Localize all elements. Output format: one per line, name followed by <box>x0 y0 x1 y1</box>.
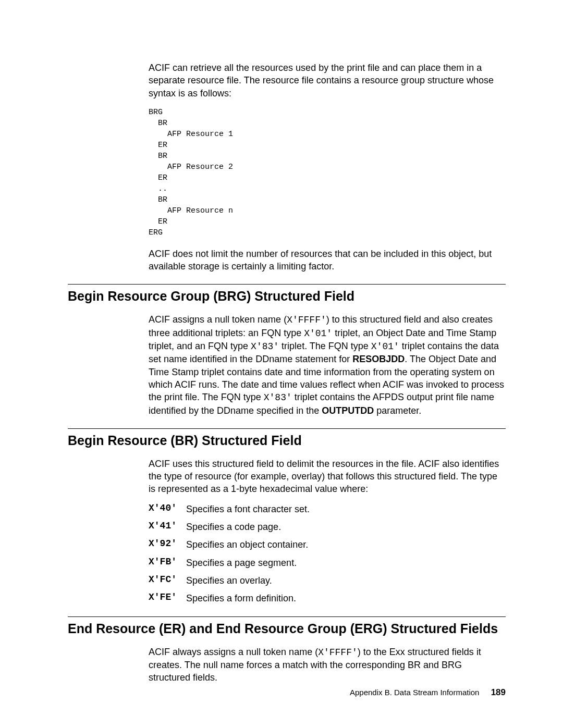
page-footer: Appendix B. Data Stream Information 189 <box>350 687 506 698</box>
list-item: X'FC' Specifies an overlay. <box>149 574 506 587</box>
brg-paragraph: ACIF assigns a null token name (X'FFFF')… <box>149 313 506 416</box>
def-desc: Specifies an overlay. <box>186 574 272 587</box>
intro-paragraph-2: ACIF does not limit the number of resour… <box>149 248 506 273</box>
code-inline: X'01' <box>371 341 399 352</box>
section-divider <box>68 616 506 617</box>
def-desc: Specifies a code page. <box>186 521 281 533</box>
code-inline: X'FFFF' <box>287 315 326 325</box>
section-divider <box>68 284 506 285</box>
list-item: X'FE' Specifies a form definition. <box>149 592 506 604</box>
def-term: X'40' <box>149 503 186 515</box>
code-inline: X'FFFF' <box>318 647 358 658</box>
page: ACIF can retrieve all the resources used… <box>0 0 563 728</box>
bold-text: RESOBJDD <box>352 354 405 364</box>
definition-list: X'40' Specifies a font character set. X'… <box>149 503 506 605</box>
bold-text: OUTPUTDD <box>322 405 374 416</box>
code-inline: X'83' <box>251 341 279 352</box>
def-term: X'41' <box>149 521 186 533</box>
section-heading-br: Begin Resource (BR) Structured Field <box>68 433 506 448</box>
code-inline: X'83' <box>264 392 292 403</box>
text: ACIF always assigns a null token name ( <box>149 647 318 657</box>
section-divider <box>68 428 506 429</box>
intro-paragraph-1: ACIF can retrieve all the resources used… <box>149 61 506 100</box>
def-term: X'FB' <box>149 557 186 569</box>
def-desc: Specifies a font character set. <box>186 503 310 515</box>
page-number: 189 <box>491 687 506 697</box>
text: ACIF assigns a null token name ( <box>149 314 287 325</box>
def-desc: Specifies a page segment. <box>186 557 297 569</box>
text: parameter. <box>374 405 421 416</box>
def-desc: Specifies a form definition. <box>186 592 296 604</box>
br-paragraph: ACIF uses this structured field to delim… <box>149 458 506 496</box>
section-heading-brg: Begin Resource Group (BRG) Structured Fi… <box>68 289 506 304</box>
section-heading-er-erg: End Resource (ER) and End Resource Group… <box>68 621 506 636</box>
footer-label: Appendix B. Data Stream Information <box>350 688 479 697</box>
def-term: X'92' <box>149 538 186 551</box>
list-item: X'41' Specifies a code page. <box>149 521 506 533</box>
text: triplet. The FQN type <box>279 341 371 351</box>
list-item: X'FB' Specifies a page segment. <box>149 557 506 569</box>
def-desc: Specifies an object container. <box>186 538 308 551</box>
er-erg-paragraph: ACIF always assigns a null token name (X… <box>149 646 506 684</box>
def-term: X'FC' <box>149 574 186 587</box>
list-item: X'40' Specifies a font character set. <box>149 503 506 515</box>
def-term: X'FE' <box>149 592 186 604</box>
code-inline: X'01' <box>304 328 332 339</box>
list-item: X'92' Specifies an object container. <box>149 538 506 551</box>
syntax-code-block: BRG BR AFP Resource 1 ER BR AFP Resource… <box>149 107 506 238</box>
